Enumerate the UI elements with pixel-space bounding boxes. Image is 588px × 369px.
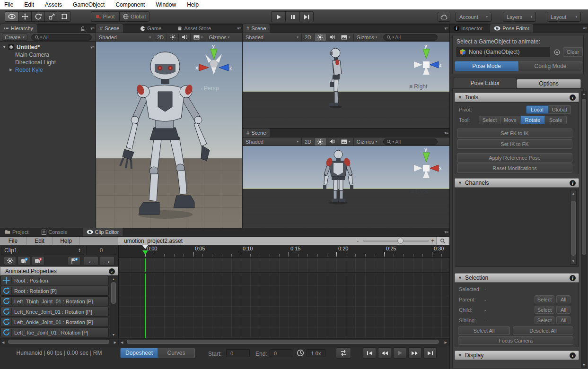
clip-menu-edit[interactable]: Edit	[26, 237, 53, 245]
shading-mode-dropdown[interactable]: Shaded▾	[243, 34, 302, 41]
menu-gameobject[interactable]: GameObject	[73, 1, 105, 8]
properties-scrollbar[interactable]: ▲ ▼	[110, 275, 117, 338]
playback-speed-clock-icon[interactable]	[297, 349, 304, 357]
scroll-up-icon[interactable]: ▲	[110, 277, 117, 281]
play-clip-button[interactable]	[393, 347, 406, 359]
child-all-button[interactable]: All	[556, 306, 570, 314]
timeline-ruler[interactable]: 0:00 0:05 0:10 0:15 0:20 0:25 0:30	[118, 245, 449, 258]
dopesheet-summary-band[interactable]	[118, 258, 449, 273]
object-picker-icon[interactable]	[553, 49, 561, 56]
sibling-all-button[interactable]: All	[556, 316, 570, 324]
select-all-button[interactable]: Select All	[458, 326, 510, 335]
dopesheet-tab[interactable]: Dopesheet	[120, 348, 158, 358]
step-button[interactable]	[299, 11, 314, 22]
scene-viewport-right[interactable]: y z ≡ Right	[243, 42, 449, 128]
view-orientation-label[interactable]: ≡ Back	[411, 188, 428, 195]
menu-file[interactable]: File	[4, 1, 13, 8]
audio-toggle[interactable]	[179, 34, 191, 41]
next-frame-button[interactable]: →	[100, 256, 114, 266]
panel-menu-icon[interactable]: ▾≡	[90, 45, 94, 50]
channels-scrollbar[interactable]: ▲ ▼	[570, 190, 577, 265]
loop-toggle-button[interactable]	[336, 347, 351, 359]
deselect-all-button[interactable]: Deselect All	[513, 326, 573, 335]
add-clip-button[interactable]	[18, 256, 30, 266]
scene-search-input[interactable]: ▾All	[383, 138, 438, 145]
set-ik-to-fk-button[interactable]: Set IK to FK	[457, 139, 572, 149]
tab-pose-editor[interactable]: Pose Editor	[490, 24, 533, 33]
property-row[interactable]: Left_Ankle_Joint_01 : Rotation [P]	[0, 317, 109, 327]
info-icon[interactable]: i	[570, 180, 576, 186]
tab-hierarchy[interactable]: Hierarchy	[0, 24, 37, 33]
pose-mode-button[interactable]: Pose Mode	[455, 61, 518, 71]
child-select-button[interactable]: Select	[535, 306, 554, 314]
view-orientation-label[interactable]: ‹ Persp	[201, 85, 219, 92]
audio-toggle[interactable]	[326, 34, 338, 41]
rect-tool-button[interactable]	[58, 11, 71, 22]
subtab-options[interactable]: Options	[517, 79, 581, 88]
focus-camera-button[interactable]: Focus Camera	[458, 336, 573, 345]
info-icon[interactable]: i	[570, 275, 576, 281]
foldout-arrow-icon[interactable]: ▼	[2, 45, 6, 49]
frame-number-field[interactable]: 0	[86, 246, 116, 255]
foldout-arrow-icon[interactable]: ▶	[9, 68, 12, 72]
last-frame-button[interactable]	[423, 347, 437, 359]
property-row[interactable]: Root : Rotation [P]	[0, 286, 109, 296]
panel-menu-icon[interactable]: ▾≡	[444, 230, 448, 234]
robot-kyle-right-view[interactable]	[326, 46, 348, 112]
effects-dropdown[interactable]: ▾	[191, 34, 206, 41]
audio-toggle[interactable]	[326, 138, 338, 146]
clip-menu-help[interactable]: Help	[53, 237, 79, 245]
previous-frame-button[interactable]: ←	[84, 256, 98, 266]
menu-window[interactable]: Window	[156, 1, 176, 8]
global-toggle-button[interactable]: Global	[119, 11, 149, 22]
panel-menu-icon[interactable]: ▾≡	[583, 26, 587, 31]
property-row[interactable]: Left_Knee_Joint_01 : Rotation [P]	[0, 307, 109, 317]
scroll-down-icon[interactable]: ▼	[110, 333, 117, 336]
pause-button[interactable]	[285, 11, 299, 22]
timeline-zoom-minus[interactable]: -	[357, 237, 359, 244]
hierarchy-search-input[interactable]: ▾ All	[31, 34, 92, 41]
tab-scene[interactable]: #Scene	[243, 129, 270, 137]
set-fk-to-ik-button[interactable]: Set FK to IK	[457, 129, 572, 138]
scale-tool-button[interactable]	[44, 11, 58, 22]
tab-clip-editor[interactable]: Clip Editor	[83, 228, 123, 236]
playback-speed-field[interactable]: 1.0x	[307, 349, 325, 357]
clear-button[interactable]: Clear	[563, 47, 583, 57]
axis-gizmo[interactable]: y x	[411, 147, 441, 185]
timeline-zoom-button[interactable]	[436, 237, 448, 245]
timeline-hscrollbar[interactable]: ◀ ▶	[118, 338, 449, 345]
display-section-header[interactable]: ▼Displayi	[455, 351, 579, 360]
property-row[interactable]: Left_Thigh_Joint_01 : Rotation [P]	[0, 296, 109, 306]
tab-asset-store[interactable]: Asset Store	[174, 24, 215, 33]
axis-gizmo[interactable]: y z	[411, 43, 441, 81]
menu-assets[interactable]: Assets	[45, 1, 62, 8]
hierarchy-item-main-camera[interactable]: Main Camera	[15, 51, 49, 58]
clip-settings-button[interactable]	[4, 256, 16, 266]
info-icon[interactable]: i	[570, 94, 576, 101]
subtab-pose-editor[interactable]: Pose Editor	[454, 77, 517, 89]
scroll-up-icon[interactable]: ▲	[570, 192, 576, 195]
tab-scene[interactable]: #Scene	[96, 24, 123, 33]
axis-gizmo[interactable]: y x z	[195, 43, 232, 83]
timeline-zoom-plus[interactable]: +	[431, 237, 435, 244]
scene-search-input[interactable]: ▾All	[383, 34, 438, 41]
scroll-up-icon[interactable]: ▲	[581, 92, 587, 95]
scroll-left-icon[interactable]: ◀	[121, 341, 123, 344]
pivot-global-button[interactable]: Global	[548, 105, 571, 114]
channels-list[interactable]: ▲ ▼	[455, 188, 579, 267]
tools-section-header[interactable]: ▼Toolsi	[455, 93, 579, 102]
2d-toggle[interactable]: 2D	[302, 34, 315, 41]
tool-select-button[interactable]: Select	[479, 116, 500, 124]
gizmos-dropdown[interactable]: Gizmos▾	[354, 34, 381, 41]
cloud-button[interactable]	[438, 12, 450, 22]
effects-dropdown[interactable]: ▾	[338, 34, 354, 41]
channels-section-header[interactable]: ▼Channelsi	[455, 178, 579, 188]
lighting-toggle[interactable]	[315, 34, 326, 41]
end-input[interactable]: 0	[270, 349, 292, 357]
hierarchy-item-robot-kyle[interactable]: Robot Kyle	[15, 67, 43, 73]
info-icon[interactable]: i	[109, 268, 115, 275]
menu-help[interactable]: Help	[187, 1, 199, 8]
effects-dropdown[interactable]: ▾	[338, 138, 354, 146]
shading-mode-dropdown[interactable]: Shaded▾	[96, 34, 154, 41]
scene-root-row[interactable]: ▼ Untitled* ▾≡	[0, 43, 96, 51]
